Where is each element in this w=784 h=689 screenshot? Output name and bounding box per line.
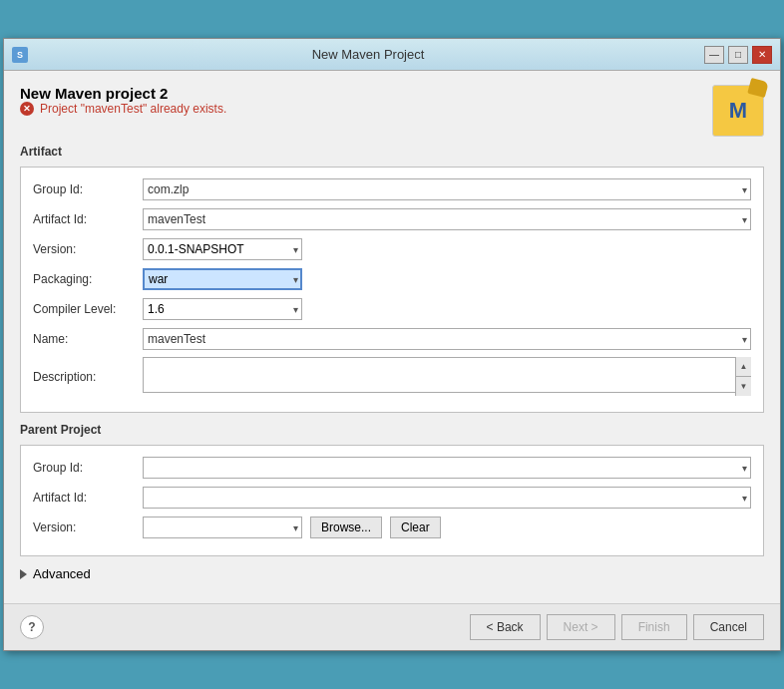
parent-artifact-id-wrap (143, 487, 751, 509)
parent-version-row: Version: Browse... Clear (33, 516, 751, 539)
version-row: Version: 0.0.1-SNAPSHOT (33, 237, 751, 261)
error-message: Project "mavenTest" already exists. (40, 102, 226, 116)
error-icon: ✕ (20, 102, 34, 116)
artifact-section-label: Artifact (20, 145, 764, 159)
group-id-combo-wrapper (143, 178, 751, 200)
name-combo-wrapper (143, 328, 751, 350)
artifact-id-input[interactable] (143, 208, 751, 230)
parent-group-id-label: Group Id: (33, 461, 143, 475)
cancel-button[interactable]: Cancel (693, 614, 764, 640)
group-id-row: Group Id: (33, 177, 751, 201)
packaging-select-wrap: war jar pom (143, 268, 302, 290)
help-button[interactable]: ? (20, 615, 44, 639)
name-row: Name: (33, 327, 751, 351)
parent-group-id-input[interactable] (143, 457, 751, 479)
parent-group-id-wrap (143, 457, 751, 479)
artifact-id-combo-wrapper (143, 208, 751, 230)
compiler-level-row: Compiler Level: 1.6 1.7 1.8 (33, 297, 751, 321)
artifact-form: Group Id: Artifact Id: Version: (20, 167, 764, 413)
parent-version-select-wrap (143, 517, 302, 538)
compiler-level-select[interactable]: 1.6 1.7 1.8 (143, 298, 302, 320)
description-row: Description: ▲ ▼ (33, 357, 751, 396)
description-up-arrow[interactable]: ▲ (736, 357, 751, 377)
page-header: New Maven project 2 ✕ Project "mavenTest… (20, 85, 764, 137)
description-wrap: ▲ ▼ (143, 357, 751, 396)
maven-icon: M (712, 85, 764, 137)
bottom-bar: ? < Back Next > Finish Cancel (4, 603, 780, 650)
parent-section-label: Parent Project (20, 423, 764, 437)
compiler-select-wrap: 1.6 1.7 1.8 (143, 298, 302, 320)
name-input[interactable] (143, 328, 751, 350)
version-select-wrap: 0.0.1-SNAPSHOT (143, 238, 302, 260)
description-arrows: ▲ ▼ (735, 357, 751, 396)
finish-button[interactable]: Finish (621, 614, 687, 640)
clear-button[interactable]: Clear (390, 517, 441, 538)
packaging-select[interactable]: war jar pom (143, 268, 302, 290)
parent-form: Group Id: Artifact Id: Version: (20, 445, 764, 556)
compiler-level-label: Compiler Level: (33, 302, 143, 316)
browse-button[interactable]: Browse... (310, 517, 382, 538)
main-window: S New Maven Project — □ ✕ New Maven proj… (3, 38, 781, 651)
advanced-triangle-icon (20, 569, 27, 579)
artifact-id-label: Artifact Id: (33, 212, 143, 226)
name-label: Name: (33, 332, 143, 346)
close-button[interactable]: ✕ (752, 46, 772, 64)
description-input[interactable] (143, 357, 751, 393)
maximize-button[interactable]: □ (728, 46, 748, 64)
parent-artifact-id-input[interactable] (143, 487, 751, 509)
artifact-id-row: Artifact Id: (33, 207, 751, 231)
advanced-section[interactable]: Advanced (20, 566, 764, 581)
advanced-label: Advanced (33, 566, 91, 581)
header-left: New Maven project 2 ✕ Project "mavenTest… (20, 85, 226, 128)
page-title: New Maven project 2 (20, 85, 226, 102)
version-label: Version: (33, 242, 143, 256)
parent-artifact-id-label: Artifact Id: (33, 491, 143, 505)
error-row: ✕ Project "mavenTest" already exists. (20, 102, 226, 116)
packaging-label: Packaging: (33, 272, 143, 286)
parent-group-id-row: Group Id: (33, 456, 751, 480)
description-label: Description: (33, 370, 143, 384)
back-button[interactable]: < Back (470, 614, 541, 640)
next-button[interactable]: Next > (547, 614, 615, 640)
parent-version-controls: Browse... Clear (143, 517, 441, 538)
version-select[interactable]: 0.0.1-SNAPSHOT (143, 238, 302, 260)
artifact-section: Artifact Group Id: Artifact Id: (20, 145, 764, 413)
parent-version-label: Version: (33, 520, 143, 534)
titlebar: S New Maven Project — □ ✕ (4, 39, 780, 71)
packaging-row: Packaging: war jar pom (33, 267, 751, 291)
minimize-button[interactable]: — (704, 46, 724, 64)
maven-letter: M (729, 98, 747, 124)
group-id-label: Group Id: (33, 182, 143, 196)
main-content: New Maven project 2 ✕ Project "mavenTest… (4, 71, 780, 603)
window-controls: — □ ✕ (704, 46, 772, 64)
navigation-buttons: < Back Next > Finish Cancel (470, 614, 764, 640)
app-icon: S (12, 47, 28, 63)
parent-version-select[interactable] (143, 517, 302, 538)
parent-section: Parent Project Group Id: Artifact Id: (20, 423, 764, 556)
window-title: New Maven Project (32, 47, 704, 62)
group-id-input[interactable] (143, 178, 751, 200)
parent-artifact-id-row: Artifact Id: (33, 486, 751, 510)
description-down-arrow[interactable]: ▼ (736, 377, 751, 396)
